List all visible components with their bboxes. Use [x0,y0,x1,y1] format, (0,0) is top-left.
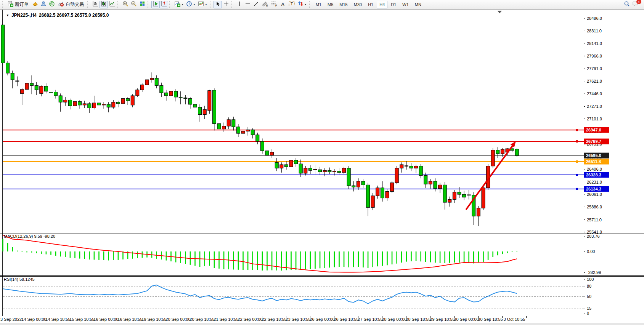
arrows-icon [297,1,304,8]
svg-text:16 Sep 18:55: 16 Sep 18:55 [117,317,142,322]
text-label-button[interactable]: T [287,1,296,8]
bar-chart-button[interactable] [91,1,100,8]
svg-text:28311.0: 28311.0 [587,29,602,33]
trendline-icon [253,1,259,8]
svg-text:26406.0: 26406.0 [587,167,602,171]
svg-text:26 Sep 18:55: 26 Sep 18:55 [334,317,358,322]
autotrading-button[interactable]: 自动交易 [56,1,86,8]
candlestick-chart-icon [101,1,107,8]
notification-badge: 1 [636,0,641,4]
timeframe-button-h4[interactable]: H4 [377,1,387,8]
templates-icon [198,1,204,8]
horizontal-line-button[interactable] [244,1,252,8]
toolbar-grip[interactable] [169,1,172,8]
svg-text:28 Sep 18:55: 28 Sep 18:55 [406,317,430,322]
chat-bubble-icon: 1 [632,1,639,8]
svg-text:26231.0: 26231.0 [587,180,602,184]
new-order-icon [7,1,13,8]
svg-text:T: T [291,2,293,6]
indicators-button[interactable]: ▼ [173,1,185,8]
indicators-dropdown-arrow[interactable]: ▼ [181,3,184,6]
chart-shift-icon [161,1,167,8]
svg-text:27791.0: 27791.0 [587,66,602,71]
timeframe-button-m15[interactable]: M15 [337,1,350,8]
main-toolbar: 新订单 [0,0,644,9]
timeframe-button-d1[interactable]: D1 [388,1,399,8]
auto-scroll-button[interactable] [151,1,160,8]
line-chart-button[interactable] [108,1,116,8]
svg-text:23 Sep 10:55: 23 Sep 10:55 [286,317,310,322]
svg-text:26511.8: 26511.8 [586,159,601,164]
notifications-button[interactable]: 1 [631,1,640,8]
svg-text:27101.0: 27101.0 [587,117,602,121]
tile-windows-button[interactable] [138,1,146,8]
svg-text:27 Sep 10:55: 27 Sep 10:55 [358,317,382,322]
templates-button[interactable]: ▼ [197,1,209,8]
cursor-button[interactable] [214,1,222,8]
arrows-dropdown-arrow[interactable]: ▼ [304,3,307,6]
chart-window[interactable]: 28486.028311.028141.027966.027791.027621… [0,10,644,325]
tile-windows-icon [139,1,145,8]
timeframe-button-m1[interactable]: M1 [313,1,324,8]
toolbar-grip[interactable] [87,1,90,8]
svg-text:14 Sep 00:00: 14 Sep 00:00 [21,317,46,322]
svg-text:27966.0: 27966.0 [587,54,602,58]
timeframe-button-mn[interactable]: MN [412,1,424,8]
toolbar-grip[interactable] [2,1,4,8]
svg-text:26595.0: 26595.0 [586,153,601,158]
svg-text:80: 80 [587,284,591,288]
new-order-button[interactable]: 新订单 [6,1,31,8]
svg-text:-282.99: -282.99 [587,270,601,275]
svg-text:22 Sep 00:00: 22 Sep 00:00 [238,317,262,322]
periods-clock-icon [186,1,192,8]
templates-dropdown-arrow[interactable]: ▼ [205,3,207,6]
text-button[interactable]: A [279,1,287,8]
zoom-out-button[interactable] [130,1,138,8]
toolbar-grip[interactable] [210,1,212,8]
signals-button[interactable] [48,1,56,8]
arrows-button[interactable]: ▼ [296,1,308,8]
indicators-icon [174,1,180,8]
svg-text:50: 50 [587,294,591,299]
svg-text:26328.3: 26328.3 [586,173,601,177]
svg-text:16 Sep 00:00: 16 Sep 00:00 [93,317,118,322]
vertical-line-button[interactable] [235,1,244,8]
timeframe-button-w1[interactable]: W1 [400,1,411,8]
market-book-button[interactable] [31,1,39,8]
candlestick-chart-button[interactable] [100,1,108,8]
svg-text:27446.0: 27446.0 [587,91,602,96]
svg-text:14 Sep 18:55: 14 Sep 18:55 [45,317,70,322]
svg-text:0: 0 [587,311,589,315]
svg-text:3 Oct 10:55: 3 Oct 10:55 [504,317,525,322]
equidistant-channel-button[interactable]: E [260,1,270,8]
crosshair-icon [223,1,229,8]
zoom-in-button[interactable] [121,1,130,8]
svg-text:22 Sep 18:55: 22 Sep 18:55 [262,317,286,322]
chart-canvas[interactable]: 28486.028311.028141.027966.027791.027621… [0,10,644,325]
svg-text:26 Sep 00:00: 26 Sep 00:00 [310,317,334,322]
trendline-button[interactable] [252,1,260,8]
svg-text:100: 100 [587,277,594,282]
timeframe-button-m5[interactable]: M5 [325,1,336,8]
auto-scroll-icon [153,1,159,8]
search-button[interactable] [623,1,631,8]
market-watch-button[interactable] [39,1,48,8]
trading-terminal-window: 新订单 [0,0,644,325]
svg-text:30 Sep 00:00: 30 Sep 00:00 [454,317,479,322]
svg-text:20 Sep 18:55: 20 Sep 18:55 [190,317,214,322]
fibonacci-button[interactable]: F [270,1,279,8]
toolbar-grip[interactable] [309,1,312,8]
svg-text:0.00: 0.00 [587,249,595,254]
crosshair-button[interactable] [222,1,230,8]
horizontal-line-icon [245,1,251,8]
toolbar-grip[interactable] [231,1,234,8]
chart-shift-button[interactable] [160,1,168,8]
timeframe-button-m30[interactable]: M30 [351,1,365,8]
toolbar-grip[interactable] [148,1,150,8]
svg-text:203.76: 203.76 [587,234,600,239]
toolbar-grip[interactable] [117,1,120,8]
periods-dropdown-arrow[interactable]: ▼ [193,3,196,6]
timeframe-button-h1[interactable]: H1 [365,1,376,8]
periods-button[interactable]: ▼ [185,1,197,8]
svg-text:20 Sep 00:00: 20 Sep 00:00 [165,317,190,322]
